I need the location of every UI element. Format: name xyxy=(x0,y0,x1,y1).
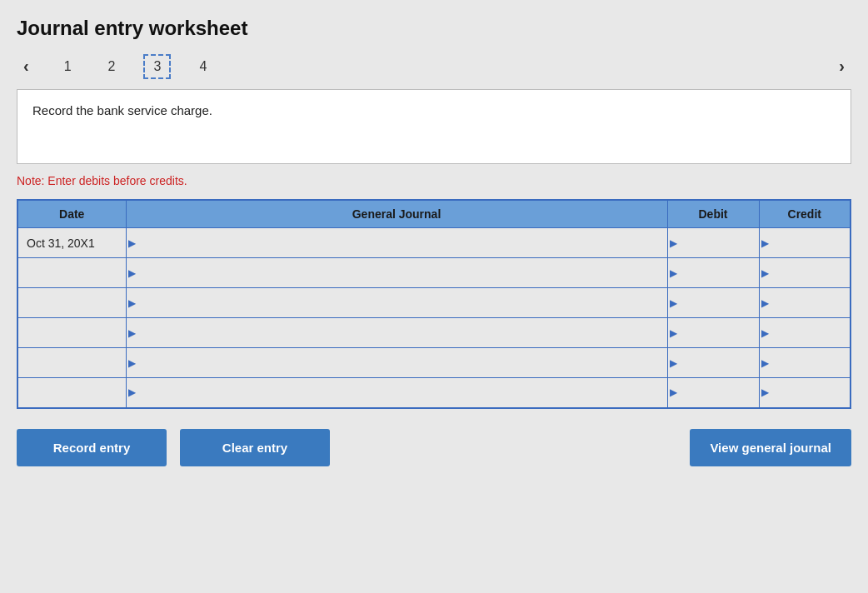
row6-credit-cell[interactable]: ▶ xyxy=(759,378,851,408)
row2-journal-cell[interactable]: ▶ xyxy=(126,258,667,288)
row4-debit-input[interactable] xyxy=(668,318,759,347)
col-header-journal: General Journal xyxy=(126,200,667,228)
instruction-text: Record the bank service charge. xyxy=(32,103,212,117)
row1-credit-input[interactable] xyxy=(760,228,851,257)
row3-journal-cell[interactable]: ▶ xyxy=(126,288,667,318)
row3-debit-cell[interactable]: ▶ xyxy=(667,288,759,318)
clear-entry-button[interactable]: Clear entry xyxy=(180,429,330,466)
journal-table: Date General Journal Debit Credit Oct 31… xyxy=(17,199,851,409)
row4-journal-cell[interactable]: ▶ xyxy=(126,318,667,348)
note-text: Note: Enter debits before credits. xyxy=(17,174,851,187)
row3-credit-cell[interactable]: ▶ xyxy=(759,288,851,318)
row5-journal-input[interactable] xyxy=(127,348,667,377)
row3-debit-input[interactable] xyxy=(668,288,759,317)
row1-credit-cell[interactable]: ▶ xyxy=(759,228,851,258)
table-row: Oct 31, 20X1 ▶ ▶ ▶ xyxy=(17,228,851,258)
next-page-button[interactable]: › xyxy=(832,53,851,79)
row3-journal-input[interactable] xyxy=(127,288,667,317)
page-2[interactable]: 2 xyxy=(100,56,124,77)
row1-debit-input[interactable] xyxy=(668,228,759,257)
table-row: ▶ ▶ ▶ xyxy=(17,288,851,318)
row1-journal-input[interactable] xyxy=(127,228,667,257)
page-1[interactable]: 1 xyxy=(56,56,80,77)
pagination-nav: ‹ 1 2 3 4 › xyxy=(17,53,851,79)
row5-debit-cell[interactable]: ▶ xyxy=(667,348,759,378)
row5-credit-input[interactable] xyxy=(760,348,851,377)
record-entry-button[interactable]: Record entry xyxy=(17,429,167,466)
table-row: ▶ ▶ ▶ xyxy=(17,378,851,408)
row2-credit-cell[interactable]: ▶ xyxy=(759,258,851,288)
row4-credit-cell[interactable]: ▶ xyxy=(759,318,851,348)
row2-debit-cell[interactable]: ▶ xyxy=(667,258,759,288)
view-general-journal-button[interactable]: View general journal xyxy=(690,429,851,466)
row3-date xyxy=(17,288,126,318)
prev-page-button[interactable]: ‹ xyxy=(17,53,36,79)
page-3[interactable]: 3 xyxy=(143,54,171,79)
row4-journal-input[interactable] xyxy=(127,318,667,347)
row1-journal-cell[interactable]: ▶ xyxy=(126,228,667,258)
row6-credit-input[interactable] xyxy=(760,378,851,407)
page-4[interactable]: 4 xyxy=(191,56,215,77)
row1-debit-cell[interactable]: ▶ xyxy=(667,228,759,258)
row3-credit-input[interactable] xyxy=(760,288,851,317)
row5-credit-cell[interactable]: ▶ xyxy=(759,348,851,378)
row6-date xyxy=(17,378,126,408)
row4-credit-input[interactable] xyxy=(760,318,851,347)
row2-journal-input[interactable] xyxy=(127,258,667,287)
row6-journal-cell[interactable]: ▶ xyxy=(126,378,667,408)
table-row: ▶ ▶ ▶ xyxy=(17,318,851,348)
col-header-debit: Debit xyxy=(667,200,759,228)
row4-date xyxy=(17,318,126,348)
row6-journal-input[interactable] xyxy=(127,378,667,407)
col-header-date: Date xyxy=(17,200,126,228)
buttons-row: Record entry Clear entry View general jo… xyxy=(17,429,851,466)
row2-credit-input[interactable] xyxy=(760,258,851,287)
row2-date xyxy=(17,258,126,288)
row6-debit-input[interactable] xyxy=(668,378,759,407)
row4-debit-cell[interactable]: ▶ xyxy=(667,318,759,348)
row5-debit-input[interactable] xyxy=(668,348,759,377)
row1-date: Oct 31, 20X1 xyxy=(17,228,126,258)
table-row: ▶ ▶ ▶ xyxy=(17,258,851,288)
row5-journal-cell[interactable]: ▶ xyxy=(126,348,667,378)
row2-debit-input[interactable] xyxy=(668,258,759,287)
row5-date xyxy=(17,348,126,378)
page-title: Journal entry worksheet xyxy=(17,17,851,40)
row6-debit-cell[interactable]: ▶ xyxy=(667,378,759,408)
table-row: ▶ ▶ ▶ xyxy=(17,348,851,378)
instruction-box: Record the bank service charge. xyxy=(17,89,851,164)
col-header-credit: Credit xyxy=(759,200,851,228)
